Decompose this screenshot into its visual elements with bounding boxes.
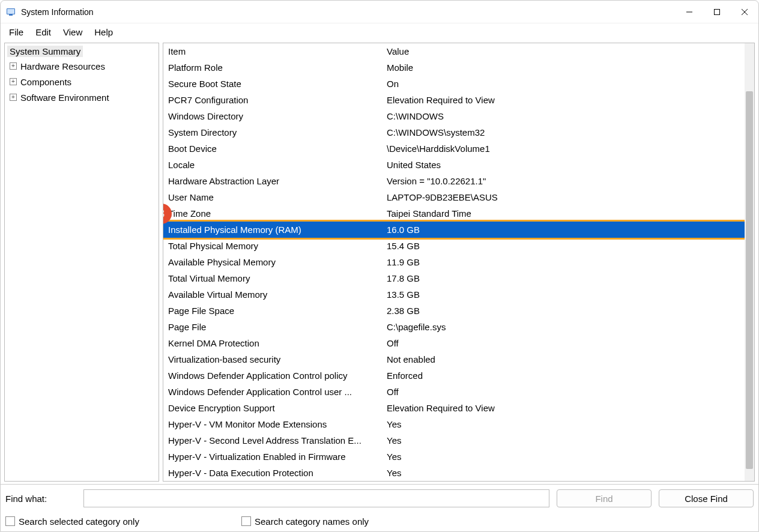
table-row[interactable]: Virtualization-based securityNot enabled [163, 351, 745, 367]
table-row[interactable]: Device Encryption SupportElevation Requi… [163, 400, 745, 416]
tree-root-system-summary[interactable]: System Summary [7, 46, 83, 57]
table-row[interactable]: Hyper-V - VM Monitor Mode ExtensionsYes [163, 416, 745, 432]
cell-value: Off [387, 338, 745, 348]
vertical-scrollbar[interactable] [745, 43, 754, 481]
table-row[interactable]: Kernel DMA ProtectionOff [163, 335, 745, 351]
cell-item: Hyper-V - VM Monitor Mode Extensions [168, 419, 387, 429]
close-find-button[interactable]: Close Find [659, 489, 754, 507]
cell-value: Off [387, 387, 745, 397]
cell-value: Yes [387, 419, 745, 429]
cell-item: Hyper-V - Second Level Address Translati… [168, 435, 387, 446]
table-row[interactable]: Secure Boot StateOn [163, 76, 745, 92]
cell-item: Time Zone [168, 208, 387, 219]
table-row[interactable]: Hyper-V - Second Level Address Translati… [163, 432, 745, 449]
table-row[interactable]: User NameLAPTOP-9DB23EBE\ASUS [163, 189, 745, 205]
cell-item: Windows Directory [168, 111, 387, 121]
close-button[interactable] [731, 1, 758, 23]
menu-help[interactable]: Help [88, 25, 119, 40]
checkbox-icon [241, 516, 251, 526]
table-row[interactable]: Hyper-V - Data Execution ProtectionYes [163, 465, 745, 481]
cell-item: Locale [168, 160, 387, 170]
table-row[interactable]: LocaleUnited States [163, 157, 745, 173]
cell-value: United States [387, 160, 745, 170]
cell-item: Available Physical Memory [168, 257, 387, 267]
cell-value: 17.8 GB [387, 273, 745, 283]
cell-value: LAPTOP-9DB23EBE\ASUS [387, 192, 745, 202]
menu-file[interactable]: File [3, 25, 29, 40]
checkbox-label: Search category names only [255, 516, 369, 527]
menu-edit[interactable]: Edit [29, 25, 57, 40]
cell-item: User Name [168, 192, 387, 202]
category-tree[interactable]: System Summary +Hardware Resources+Compo… [4, 43, 159, 482]
table-row[interactable]: Available Physical Memory11.9 GB [163, 254, 745, 270]
checkbox-label: Search selected category only [19, 516, 139, 527]
window-controls [676, 1, 758, 23]
cell-value: C:\WINDOWS\system32 [387, 127, 745, 138]
cell-value: 2.38 GB [387, 306, 745, 316]
table-row[interactable]: Time ZoneTaipei Standard Time [163, 205, 745, 222]
cell-value: C:\WINDOWS [387, 111, 745, 121]
column-header-row: Item Value [163, 43, 745, 59]
menubar: File Edit View Help [1, 23, 758, 40]
cell-item: Hardware Abstraction Layer [168, 176, 387, 186]
tree-item[interactable]: +Components [10, 74, 155, 89]
table-row[interactable]: Windows Defender Application Control use… [163, 384, 745, 400]
cell-item: Hyper-V - Virtualization Enabled in Firm… [168, 452, 387, 462]
table-row[interactable]: System DirectoryC:\WINDOWS\system32 [163, 124, 745, 141]
expand-icon[interactable]: + [10, 94, 17, 101]
cell-value: On [387, 79, 745, 89]
column-header-item[interactable]: Item [168, 46, 387, 56]
checkbox-icon [5, 516, 15, 526]
tree-item-label: Software Environment [20, 92, 109, 103]
cell-item: Platform Role [168, 62, 387, 73]
svg-rect-2 [9, 14, 13, 16]
table-row[interactable]: Available Virtual Memory13.5 GB [163, 286, 745, 303]
cell-item: Boot Device [168, 144, 387, 154]
column-header-value[interactable]: Value [387, 46, 745, 56]
cell-value: Yes [387, 452, 745, 462]
find-input[interactable] [83, 489, 549, 507]
table-row[interactable]: Page FileC:\pagefile.sys [163, 319, 745, 335]
table-row[interactable]: Installed Physical Memory (RAM)16.0 GB [163, 222, 745, 238]
cell-item: Virtualization-based security [168, 354, 387, 364]
table-row[interactable]: Windows Defender Application Control pol… [163, 367, 745, 384]
minimize-button[interactable] [676, 1, 703, 23]
cell-value: Mobile [387, 62, 745, 73]
tree-item[interactable]: +Hardware Resources [10, 58, 155, 74]
table-row[interactable]: Total Physical Memory15.4 GB [163, 238, 745, 254]
search-selected-category-checkbox[interactable]: Search selected category only [5, 516, 139, 527]
table-row[interactable]: Total Virtual Memory17.8 GB [163, 270, 745, 286]
cell-item: Total Physical Memory [168, 241, 387, 251]
cell-item: PCR7 Configuration [168, 95, 387, 105]
table-row[interactable]: Boot Device\Device\HarddiskVolume1 [163, 141, 745, 157]
titlebar: System Information [1, 1, 758, 23]
table-row[interactable]: Hardware Abstraction LayerVersion = "10.… [163, 173, 745, 189]
table-row[interactable]: PCR7 ConfigurationElevation Required to … [163, 92, 745, 108]
find-bar: Find what: Find Close Find Search select… [1, 484, 758, 531]
table-row[interactable]: Windows DirectoryC:\WINDOWS [163, 108, 745, 124]
table-row[interactable]: Page File Space2.38 GB [163, 303, 745, 319]
search-category-names-checkbox[interactable]: Search category names only [241, 516, 369, 527]
cell-item: Windows Defender Application Control use… [168, 387, 387, 397]
cell-item: Page File Space [168, 306, 387, 316]
cell-value: Yes [387, 468, 745, 478]
expand-icon[interactable]: + [10, 78, 17, 85]
table-row[interactable]: Hyper-V - Virtualization Enabled in Firm… [163, 449, 745, 465]
tree-item[interactable]: +Software Environment [10, 89, 155, 105]
scrollbar-thumb[interactable] [746, 91, 753, 469]
cell-value: 13.5 GB [387, 289, 745, 300]
cell-value: Taipei Standard Time [387, 208, 745, 219]
cell-item: Windows Defender Application Control pol… [168, 370, 387, 381]
table-row[interactable]: Platform RoleMobile [163, 59, 745, 76]
menu-view[interactable]: View [57, 25, 88, 40]
find-button[interactable]: Find [557, 489, 652, 507]
cell-value: 16.0 GB [387, 225, 745, 235]
cell-value: Elevation Required to View [387, 403, 745, 413]
cell-value: \Device\HarddiskVolume1 [387, 144, 745, 154]
cell-item: System Directory [168, 127, 387, 138]
find-label: Find what: [5, 494, 76, 504]
expand-icon[interactable]: + [10, 62, 17, 70]
maximize-button[interactable] [703, 1, 731, 23]
tree-item-label: Components [20, 77, 71, 87]
cell-item: Total Virtual Memory [168, 273, 387, 283]
